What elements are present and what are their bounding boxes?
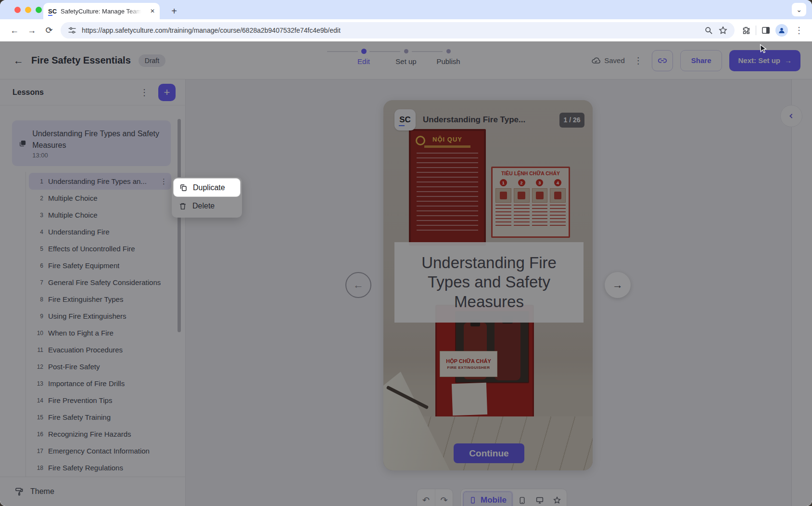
app-root: ← Fire Safety Essentials Draft Edit Set …: [0, 41, 812, 506]
bookmark-star-icon[interactable]: [718, 26, 728, 35]
duplicate-copy-icon: [179, 183, 188, 192]
safetyculture-favicon-icon: SC: [48, 8, 57, 15]
url-text: https://app.safetyculture.com/training/m…: [82, 26, 341, 34]
browser-tab[interactable]: SC SafetyCulture: Manage Teams ✕: [43, 3, 160, 19]
mouse-cursor: [758, 43, 769, 54]
zoom-window-button[interactable]: [36, 7, 42, 13]
profile-avatar[interactable]: [775, 24, 788, 37]
tab-title: SafetyCulture: Manage Teams: [61, 8, 141, 15]
duplicate-menu-item[interactable]: Duplicate: [174, 179, 240, 196]
browser-menu-kebab-icon[interactable]: ⋮: [793, 25, 805, 36]
browser-toolbar: ← → ⟳ https://app.safetyculture.com/trai…: [0, 19, 812, 41]
zoom-icon[interactable]: [704, 26, 713, 35]
side-panel-icon[interactable]: [761, 26, 771, 35]
window-controls: [14, 7, 42, 13]
new-tab-button[interactable]: +: [167, 4, 181, 18]
tab-search-chevron-button[interactable]: ⌄: [792, 3, 806, 16]
close-window-button[interactable]: [14, 7, 21, 13]
url-bar[interactable]: https://app.safetyculture.com/training/m…: [61, 22, 735, 39]
browser-window: SC SafetyCulture: Manage Teams ✕ + ⌄ ← →…: [0, 0, 812, 506]
toolbar-separator: [756, 26, 756, 35]
dim-overlay: [0, 41, 812, 506]
browser-forward-button[interactable]: →: [24, 23, 39, 38]
browser-reload-button[interactable]: ⟳: [41, 23, 57, 38]
duplicate-label: Duplicate: [193, 183, 225, 192]
person-icon: [777, 26, 786, 35]
extensions-puzzle-icon[interactable]: [741, 26, 751, 35]
site-settings-icon[interactable]: [67, 26, 77, 35]
minimize-window-button[interactable]: [25, 7, 31, 13]
browser-actions: ⋮: [739, 24, 805, 37]
browser-back-button[interactable]: ←: [7, 23, 22, 38]
tab-close-icon[interactable]: ✕: [150, 8, 155, 14]
tab-strip: SC SafetyCulture: Manage Teams ✕ + ⌄: [0, 0, 812, 19]
